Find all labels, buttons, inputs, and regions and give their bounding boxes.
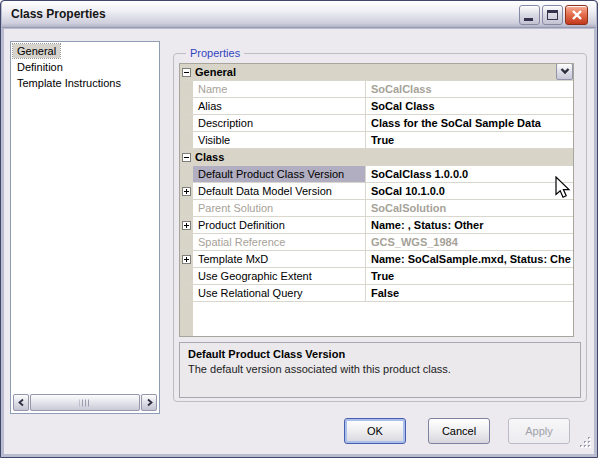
scrollbar-thumb[interactable] — [30, 394, 140, 411]
property-row-name[interactable]: Name SoCalClass — [180, 81, 573, 98]
property-value[interactable]: Name: , Status: Other — [366, 217, 573, 233]
property-value: GCS_WGS_1984 — [366, 234, 573, 250]
property-value[interactable]: Class for the SoCal Sample Data — [366, 115, 573, 131]
dropdown-button[interactable] — [556, 63, 573, 80]
collapse-minus-icon[interactable] — [182, 153, 191, 162]
list-item-definition[interactable]: Definition — [13, 60, 67, 74]
property-row-alias[interactable]: Alias SoCal Class — [180, 98, 573, 115]
property-row-spatial-reference[interactable]: Spatial Reference GCS_WGS_1984 — [180, 234, 573, 251]
property-label: Alias — [193, 98, 366, 114]
property-label: Default Data Model Version — [193, 183, 366, 199]
property-value[interactable]: False — [366, 285, 573, 301]
minimize-button[interactable] — [519, 5, 540, 25]
property-grid: General Name SoCalClass Alias SoCal Clas… — [179, 63, 574, 337]
property-row-product-definition[interactable]: Product Definition Name: , Status: Other — [180, 217, 573, 234]
property-value[interactable]: True — [366, 132, 573, 148]
expand-plus-icon[interactable] — [182, 221, 191, 230]
property-row-description[interactable]: Description Class for the SoCal Sample D… — [180, 115, 573, 132]
scroll-right-icon — [145, 398, 154, 407]
apply-button: Apply — [508, 418, 570, 444]
property-label: Spatial Reference — [193, 234, 366, 250]
list-item-general[interactable]: General — [13, 44, 60, 58]
property-row-use-geographic-extent[interactable]: Use Geographic Extent True — [180, 268, 573, 285]
property-label: Default Product Class Version — [193, 166, 366, 182]
class-properties-dialog: Class Properties General Definition Temp… — [0, 0, 598, 458]
property-row-template-mxd[interactable]: Template MxD Name: SoCalSample.mxd, Stat… — [180, 251, 573, 268]
property-label: Use Relational Query — [193, 285, 366, 301]
property-label: Name — [193, 81, 366, 97]
maximize-button[interactable] — [542, 5, 563, 25]
expand-plus-icon[interactable] — [182, 187, 191, 196]
property-value: SoCalClass — [366, 81, 573, 97]
property-row-default-data-model-version[interactable]: Default Data Model Version SoCal 10.1.0.… — [180, 183, 573, 200]
scroll-left-icon — [17, 398, 26, 407]
property-label: Use Geographic Extent — [193, 268, 366, 284]
property-value[interactable]: SoCalClass 1.0.0.0 — [366, 166, 573, 182]
window-title: Class Properties — [11, 7, 106, 21]
property-row-visible[interactable]: Visible True — [180, 132, 573, 149]
close-icon — [570, 9, 584, 24]
category-row-general[interactable]: General — [180, 64, 573, 81]
grid-empty-area — [180, 302, 573, 336]
collapse-minus-icon[interactable] — [182, 68, 191, 77]
close-button[interactable] — [565, 5, 588, 25]
cancel-button[interactable]: Cancel — [428, 418, 490, 444]
property-row-use-relational-query[interactable]: Use Relational Query False — [180, 285, 573, 302]
scroll-left-button[interactable] — [13, 394, 29, 411]
property-value[interactable]: SoCal 10.1.0.0 — [366, 183, 573, 199]
minimize-icon — [524, 18, 533, 21]
property-value[interactable]: Name: SoCalSample.mxd, Status: Che — [366, 251, 573, 267]
horizontal-scrollbar[interactable] — [13, 394, 157, 411]
property-label: Product Definition — [193, 217, 366, 233]
property-label: Visible — [193, 132, 366, 148]
property-value[interactable]: True — [366, 268, 573, 284]
list-item-template-instructions[interactable]: Template Instructions — [13, 76, 125, 90]
scroll-right-button[interactable] — [141, 394, 157, 411]
property-value[interactable]: SoCal Class — [366, 98, 573, 114]
grid-margin-cell — [180, 64, 193, 80]
dropdown-arrow-icon — [559, 67, 571, 76]
category-row-class[interactable]: Class — [180, 149, 573, 166]
property-label: Description — [193, 115, 366, 131]
scrollbar-grip-icon — [80, 399, 91, 406]
title-bar[interactable]: Class Properties — [2, 1, 596, 28]
description-title: Default Product Class Version — [188, 348, 572, 360]
resize-grip[interactable] — [579, 436, 592, 451]
property-label: Template MxD — [193, 251, 366, 267]
property-label: Parent Solution — [193, 200, 366, 216]
property-description-panel: Default Product Class Version The defaul… — [179, 342, 581, 398]
ok-button[interactable]: OK — [344, 418, 406, 444]
description-text: The default version associated with this… — [188, 363, 572, 375]
expand-plus-icon[interactable] — [182, 255, 191, 264]
property-value: SoCalSolution — [366, 200, 573, 216]
maximize-icon — [547, 10, 558, 20]
category-list: General Definition Template Instructions — [10, 41, 160, 414]
property-row-parent-solution[interactable]: Parent Solution SoCalSolution — [180, 200, 573, 217]
properties-group-label: Properties — [186, 47, 244, 59]
property-row-default-product-class-version[interactable]: Default Product Class Version SoCalClass… — [180, 166, 573, 183]
